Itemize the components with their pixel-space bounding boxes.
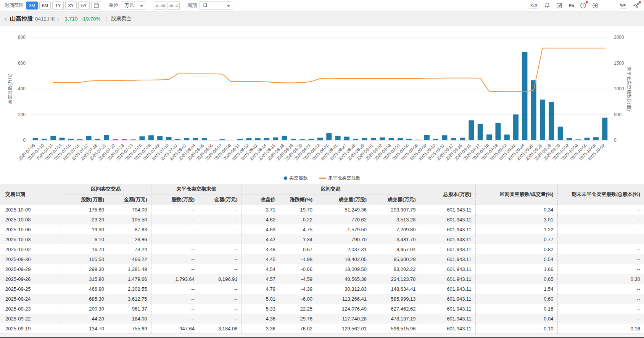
table-row[interactable]: 2025-09-25466.902,302.55----4.79-4.3930,… xyxy=(0,284,644,294)
wp-button[interactable]: WP xyxy=(619,3,628,8)
short-shares-bar[interactable] xyxy=(317,138,323,140)
table-row[interactable]: 2025-09-29299.301,381.49----4.54-0.6618,… xyxy=(0,264,644,274)
short-shares-bar[interactable] xyxy=(95,139,100,140)
short-shares-bar[interactable] xyxy=(442,135,448,140)
back-chevron-icon[interactable]: ‹ xyxy=(5,15,7,22)
short-shares-bar[interactable] xyxy=(415,140,421,140)
short-shares-bar[interactable] xyxy=(282,136,287,140)
table-row[interactable]: 2025-10-09175.60704.00----3.71-19.7051,2… xyxy=(0,205,644,215)
short-shares-bar[interactable] xyxy=(496,123,501,141)
short-shares-bar[interactable] xyxy=(175,139,180,140)
short-shares-bar[interactable] xyxy=(273,138,278,140)
short-shares-bar[interactable] xyxy=(86,136,92,140)
edit-icon[interactable] xyxy=(556,2,563,9)
table-row[interactable]: 2025-10-0619.3087.63----4.634.751,579.50… xyxy=(0,224,644,234)
short-shares-bar[interactable] xyxy=(184,138,189,140)
table-row[interactable]: 2025-09-19134.70755.69947.643,184.063.36… xyxy=(0,324,644,333)
table-row[interactable]: 2025-09-30105.50466.22----4.45-1.9819,40… xyxy=(0,254,644,264)
short-shares-bar[interactable] xyxy=(157,136,163,140)
refresh-f5-button[interactable]: F5 xyxy=(568,3,574,8)
short-shares-bar[interactable] xyxy=(353,139,358,140)
table-row[interactable]: 2025-10-0216.7073.24----4.480.672,037.31… xyxy=(0,244,644,254)
short-shares-bar[interactable] xyxy=(593,137,599,140)
range-button-1y[interactable]: 1Y xyxy=(52,2,64,10)
short-shares-bar[interactable] xyxy=(335,136,341,140)
short-shares-bar[interactable] xyxy=(255,138,261,140)
short-shares-bar[interactable] xyxy=(513,114,518,140)
short-shares-bar[interactable] xyxy=(50,136,56,140)
legend-item-open-position[interactable]: 未平仓卖空股数 xyxy=(319,175,361,181)
short-shares-bar[interactable] xyxy=(558,127,563,140)
table-row[interactable]: 2025-09-23200.30961.37----5.3322.25124,0… xyxy=(0,304,644,314)
short-shares-bar[interactable] xyxy=(237,139,243,140)
export-xls-button[interactable]: XLS xyxy=(529,3,539,8)
short-shares-bar[interactable] xyxy=(371,138,376,140)
short-shares-bar[interactable] xyxy=(549,102,554,140)
short-shares-bar[interactable] xyxy=(166,137,172,140)
short-shares-bar[interactable] xyxy=(122,139,127,140)
short-shares-bar[interactable] xyxy=(60,138,65,140)
short-shares-bar[interactable] xyxy=(42,139,47,140)
short-shares-bar[interactable] xyxy=(406,139,412,140)
table-row[interactable]: 2025-09-26315.901,479.661,793.648,196.91… xyxy=(0,274,644,284)
range-button-6m[interactable]: 6M xyxy=(39,2,51,10)
short-shares-bar[interactable] xyxy=(33,138,38,140)
calendar-button[interactable] xyxy=(91,2,101,10)
short-shares-bar[interactable] xyxy=(104,135,109,141)
short-shares-bar[interactable] xyxy=(433,139,438,140)
short-shares-bar[interactable] xyxy=(113,139,118,140)
forward-chevron-icon[interactable]: › xyxy=(58,16,60,22)
help-icon[interactable]: ? xyxy=(580,2,586,9)
short-shares-bar[interactable] xyxy=(584,138,590,141)
add-icon[interactable] xyxy=(592,2,599,9)
short-shares-bar[interactable] xyxy=(478,124,483,140)
table-row[interactable]: 2025-10-0823.20105.50----4.62-0.22770.62… xyxy=(0,215,644,224)
short-shares-bar[interactable] xyxy=(380,138,385,140)
decimal-decrease-button[interactable]: .00→.0 xyxy=(167,2,179,10)
range-button-5y[interactable]: 5Y xyxy=(78,2,90,10)
short-shares-bar[interactable] xyxy=(522,52,527,140)
period-select[interactable]: 日 xyxy=(200,2,233,10)
short-shares-bar[interactable] xyxy=(130,139,136,140)
short-shares-bar[interactable] xyxy=(77,139,82,140)
short-shares-bar[interactable] xyxy=(299,139,305,140)
short-shares-bar[interactable] xyxy=(326,133,332,140)
short-shares-bar[interactable] xyxy=(451,138,456,140)
short-shares-bar[interactable] xyxy=(344,137,349,141)
short-shares-bar[interactable] xyxy=(140,136,145,140)
notification-bell-icon[interactable] xyxy=(544,2,551,9)
short-shares-bar[interactable] xyxy=(309,139,314,140)
table-row[interactable]: 2025-10-036.1026.86----4.42-1.34790.703,… xyxy=(0,234,644,244)
short-shares-bar[interactable] xyxy=(362,138,367,140)
short-shares-bar[interactable] xyxy=(567,138,572,140)
short-shares-bar[interactable] xyxy=(246,138,251,140)
stock-name[interactable]: 山高控股 xyxy=(10,15,33,22)
short-shares-bar[interactable] xyxy=(424,135,430,141)
short-shares-bar[interactable] xyxy=(486,135,492,140)
table-row[interactable]: 2025-09-24685.303,612.75----5.01-6.00113… xyxy=(0,294,644,304)
short-shares-bar[interactable] xyxy=(540,99,545,140)
short-shares-bar[interactable] xyxy=(193,138,198,140)
short-shares-bar[interactable] xyxy=(575,139,581,140)
share-send-icon[interactable] xyxy=(633,2,639,9)
short-shares-bar[interactable] xyxy=(264,138,269,140)
short-shares-bar[interactable] xyxy=(389,138,394,140)
short-shares-bar[interactable] xyxy=(229,140,234,140)
short-shares-bar[interactable] xyxy=(398,138,403,140)
short-shares-bar[interactable] xyxy=(148,135,154,140)
short-shares-bar[interactable] xyxy=(602,118,607,140)
short-shares-bar[interactable] xyxy=(202,138,207,140)
short-shares-bar[interactable] xyxy=(504,135,510,140)
short-shares-bar[interactable] xyxy=(460,138,465,140)
unit-select[interactable]: 万元 xyxy=(121,2,146,10)
legend-item-short-shares[interactable]: 卖空股数 xyxy=(284,175,308,181)
short-shares-bar[interactable] xyxy=(219,139,225,140)
short-shares-bar[interactable] xyxy=(291,139,296,140)
range-button-3m[interactable]: 3M xyxy=(26,2,38,10)
range-button-3y[interactable]: 3Y xyxy=(65,2,77,10)
short-shares-bar[interactable] xyxy=(68,139,74,140)
decimal-increase-button[interactable]: .0→.00 xyxy=(154,2,166,10)
short-shares-bar[interactable] xyxy=(211,140,216,140)
table-row[interactable]: 2025-09-2244.20184.00----4.3629.76117,74… xyxy=(0,314,644,324)
short-shares-bar[interactable] xyxy=(469,120,474,140)
